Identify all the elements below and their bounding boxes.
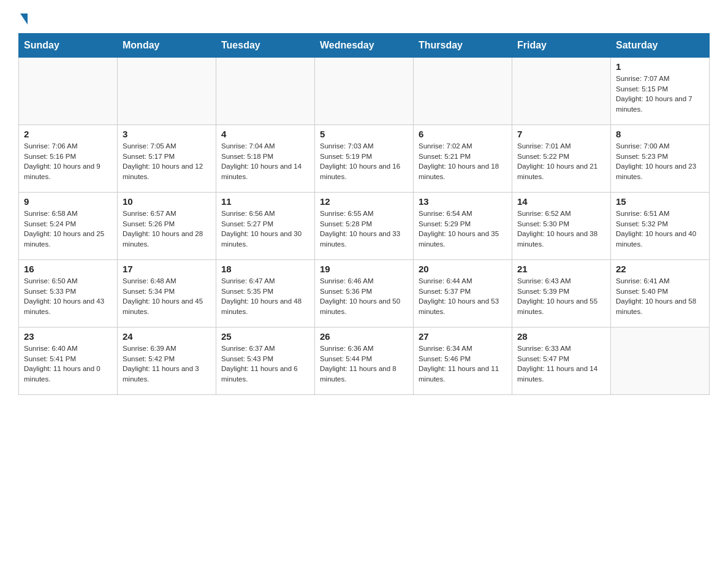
calendar-cell: 2Sunrise: 7:06 AM Sunset: 5:16 PM Daylig… [19,125,118,193]
day-number: 23 [24,331,112,342]
day-info: Sunrise: 7:07 AM Sunset: 5:15 PM Dayligh… [616,74,704,115]
calendar-cell: 1Sunrise: 7:07 AM Sunset: 5:15 PM Daylig… [611,58,710,125]
day-number: 10 [123,196,211,207]
day-info: Sunrise: 6:58 AM Sunset: 5:24 PM Dayligh… [24,209,112,250]
day-info: Sunrise: 7:02 AM Sunset: 5:21 PM Dayligh… [419,141,507,182]
calendar-cell [315,58,414,125]
day-number: 5 [320,129,408,139]
calendar-cell: 11Sunrise: 6:56 AM Sunset: 5:27 PM Dayli… [216,193,315,260]
day-number: 19 [320,264,408,274]
day-number: 11 [221,196,309,207]
calendar-header-sunday: Sunday [19,34,118,58]
day-number: 28 [517,331,605,342]
calendar-week-row: 1Sunrise: 7:07 AM Sunset: 5:15 PM Daylig… [19,58,710,125]
day-info: Sunrise: 6:51 AM Sunset: 5:32 PM Dayligh… [616,209,704,250]
day-number: 21 [517,264,605,274]
calendar-cell: 4Sunrise: 7:04 AM Sunset: 5:18 PM Daylig… [216,125,315,193]
day-info: Sunrise: 7:00 AM Sunset: 5:23 PM Dayligh… [616,141,704,182]
calendar-cell: 3Sunrise: 7:05 AM Sunset: 5:17 PM Daylig… [118,125,216,193]
calendar-week-row: 23Sunrise: 6:40 AM Sunset: 5:41 PM Dayli… [19,327,710,395]
day-info: Sunrise: 6:37 AM Sunset: 5:43 PM Dayligh… [221,343,309,385]
calendar-cell: 12Sunrise: 6:55 AM Sunset: 5:28 PM Dayli… [315,193,414,260]
calendar-cell: 27Sunrise: 6:34 AM Sunset: 5:46 PM Dayli… [414,327,512,395]
day-info: Sunrise: 7:05 AM Sunset: 5:17 PM Dayligh… [123,141,211,182]
calendar-cell [414,58,512,125]
calendar-cell: 14Sunrise: 6:52 AM Sunset: 5:30 PM Dayli… [512,193,611,260]
day-info: Sunrise: 6:54 AM Sunset: 5:29 PM Dayligh… [419,209,507,250]
calendar-cell: 28Sunrise: 6:33 AM Sunset: 5:47 PM Dayli… [512,327,611,395]
calendar-cell: 16Sunrise: 6:50 AM Sunset: 5:33 PM Dayli… [19,260,118,327]
calendar-cell: 23Sunrise: 6:40 AM Sunset: 5:41 PM Dayli… [19,327,118,395]
calendar-cell: 13Sunrise: 6:54 AM Sunset: 5:29 PM Dayli… [414,193,512,260]
day-number: 7 [517,129,605,139]
day-number: 8 [616,129,704,139]
day-info: Sunrise: 6:56 AM Sunset: 5:27 PM Dayligh… [221,209,309,250]
calendar-header-tuesday: Tuesday [216,34,315,58]
calendar-cell: 22Sunrise: 6:41 AM Sunset: 5:40 PM Dayli… [611,260,710,327]
day-number: 13 [419,196,507,207]
calendar-cell: 6Sunrise: 7:02 AM Sunset: 5:21 PM Daylig… [414,125,512,193]
day-number: 17 [123,264,211,274]
day-info: Sunrise: 7:03 AM Sunset: 5:19 PM Dayligh… [320,141,408,182]
day-number: 15 [616,196,704,207]
day-info: Sunrise: 7:01 AM Sunset: 5:22 PM Dayligh… [517,141,605,182]
day-info: Sunrise: 6:33 AM Sunset: 5:47 PM Dayligh… [517,343,605,385]
calendar-cell [19,58,118,125]
day-number: 27 [419,331,507,342]
calendar-cell: 17Sunrise: 6:48 AM Sunset: 5:34 PM Dayli… [118,260,216,327]
calendar-cell [512,58,611,125]
day-number: 25 [221,331,309,342]
calendar-week-row: 16Sunrise: 6:50 AM Sunset: 5:33 PM Dayli… [19,260,710,327]
calendar-cell [118,58,216,125]
day-number: 12 [320,196,408,207]
day-number: 14 [517,196,605,207]
calendar-cell: 5Sunrise: 7:03 AM Sunset: 5:19 PM Daylig… [315,125,414,193]
day-info: Sunrise: 6:36 AM Sunset: 5:44 PM Dayligh… [320,343,408,385]
calendar-cell: 19Sunrise: 6:46 AM Sunset: 5:36 PM Dayli… [315,260,414,327]
day-info: Sunrise: 6:34 AM Sunset: 5:46 PM Dayligh… [419,343,507,385]
day-info: Sunrise: 6:47 AM Sunset: 5:35 PM Dayligh… [221,276,309,317]
day-number: 24 [123,331,211,342]
calendar-cell: 7Sunrise: 7:01 AM Sunset: 5:22 PM Daylig… [512,125,611,193]
day-info: Sunrise: 6:39 AM Sunset: 5:42 PM Dayligh… [123,343,211,385]
page-header [18,12,710,23]
logo [18,12,28,23]
calendar-table: SundayMondayTuesdayWednesdayThursdayFrid… [18,33,710,395]
day-number: 22 [616,264,704,274]
day-info: Sunrise: 6:44 AM Sunset: 5:37 PM Dayligh… [419,276,507,317]
day-number: 1 [616,61,704,72]
day-info: Sunrise: 6:52 AM Sunset: 5:30 PM Dayligh… [517,209,605,250]
calendar-cell: 15Sunrise: 6:51 AM Sunset: 5:32 PM Dayli… [611,193,710,260]
calendar-cell: 18Sunrise: 6:47 AM Sunset: 5:35 PM Dayli… [216,260,315,327]
calendar-cell: 24Sunrise: 6:39 AM Sunset: 5:42 PM Dayli… [118,327,216,395]
day-info: Sunrise: 7:04 AM Sunset: 5:18 PM Dayligh… [221,141,309,182]
calendar-cell: 25Sunrise: 6:37 AM Sunset: 5:43 PM Dayli… [216,327,315,395]
day-number: 4 [221,129,309,139]
calendar-header-monday: Monday [118,34,216,58]
calendar-cell [216,58,315,125]
day-info: Sunrise: 6:50 AM Sunset: 5:33 PM Dayligh… [24,276,112,317]
day-info: Sunrise: 6:46 AM Sunset: 5:36 PM Dayligh… [320,276,408,317]
calendar-week-row: 9Sunrise: 6:58 AM Sunset: 5:24 PM Daylig… [19,193,710,260]
day-info: Sunrise: 6:41 AM Sunset: 5:40 PM Dayligh… [616,276,704,317]
day-info: Sunrise: 6:48 AM Sunset: 5:34 PM Dayligh… [123,276,211,317]
day-number: 26 [320,331,408,342]
calendar-cell: 21Sunrise: 6:43 AM Sunset: 5:39 PM Dayli… [512,260,611,327]
calendar-cell [611,327,710,395]
day-info: Sunrise: 6:57 AM Sunset: 5:26 PM Dayligh… [123,209,211,250]
day-info: Sunrise: 6:40 AM Sunset: 5:41 PM Dayligh… [24,343,112,385]
day-number: 9 [24,196,112,207]
calendar-week-row: 2Sunrise: 7:06 AM Sunset: 5:16 PM Daylig… [19,125,710,193]
logo-arrow-icon [20,13,28,25]
day-number: 20 [419,264,507,274]
day-number: 18 [221,264,309,274]
calendar-header-thursday: Thursday [414,34,512,58]
calendar-header-wednesday: Wednesday [315,34,414,58]
calendar-cell: 20Sunrise: 6:44 AM Sunset: 5:37 PM Dayli… [414,260,512,327]
calendar-header-saturday: Saturday [611,34,710,58]
day-info: Sunrise: 6:43 AM Sunset: 5:39 PM Dayligh… [517,276,605,317]
calendar-header-friday: Friday [512,34,611,58]
day-number: 3 [123,129,211,139]
day-info: Sunrise: 7:06 AM Sunset: 5:16 PM Dayligh… [24,141,112,182]
calendar-cell: 9Sunrise: 6:58 AM Sunset: 5:24 PM Daylig… [19,193,118,260]
